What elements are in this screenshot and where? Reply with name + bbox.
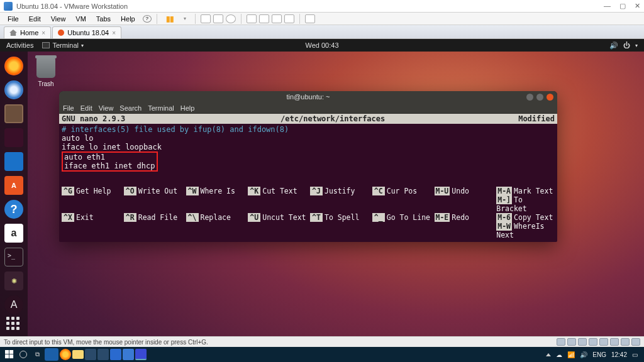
- divider: [299, 14, 300, 24]
- nano-version: GNU nano 2.9.3: [62, 114, 259, 123]
- window-close-button[interactable]: [547, 94, 553, 101]
- clock[interactable]: Wed 00:43: [305, 41, 338, 49]
- window-minimize-button[interactable]: [526, 94, 533, 101]
- system-status-area[interactable]: 🔊 ⏻ ▾: [609, 41, 638, 50]
- trash-label: Trash: [36, 80, 55, 87]
- start-button[interactable]: [3, 348, 16, 361]
- menu-tabs[interactable]: Tabs: [92, 14, 114, 24]
- taskbar-vmware[interactable]: [135, 349, 147, 360]
- library-icon[interactable]: [305, 14, 315, 23]
- dock-updater[interactable]: A: [4, 295, 23, 314]
- menu-vm[interactable]: VM: [72, 14, 90, 24]
- cortana-button[interactable]: [16, 348, 30, 361]
- tray-notifications-icon[interactable]: ▭: [632, 351, 638, 358]
- tray-onedrive-icon[interactable]: ☁: [556, 351, 562, 358]
- tab-close-icon[interactable]: ×: [112, 30, 116, 36]
- term-menu-edit[interactable]: Edit: [80, 104, 92, 112]
- status-printer-icon[interactable]: [610, 338, 619, 346]
- dock-software[interactable]: A: [4, 176, 23, 195]
- menu-view[interactable]: View: [47, 14, 70, 24]
- desktop-trash[interactable]: Trash: [36, 58, 55, 87]
- dock-rhythmbox[interactable]: [4, 128, 23, 147]
- editor-line: iface lo inet loopback: [62, 143, 555, 151]
- show-applications-button[interactable]: [6, 317, 19, 330]
- screen-icon-2[interactable]: [259, 14, 269, 23]
- activities-button[interactable]: Activities: [6, 41, 33, 49]
- terminal-icon: [42, 42, 50, 48]
- status-msg-icon[interactable]: [631, 338, 640, 346]
- status-sound-icon[interactable]: [599, 338, 608, 346]
- guest-desktop[interactable]: Activities Terminal ▾ Wed 00:43 🔊 ⏻ ▾ A …: [0, 39, 644, 336]
- tray-overflow-icon[interactable]: [546, 353, 551, 356]
- maximize-button[interactable]: ▢: [619, 2, 626, 10]
- status-hdd-icon[interactable]: [557, 338, 565, 346]
- status-net-icon[interactable]: [578, 338, 587, 346]
- vm-pause-button[interactable]: ▮▮: [162, 13, 177, 25]
- taskbar-app[interactable]: [85, 349, 96, 360]
- tray-volume-icon[interactable]: 🔊: [580, 351, 587, 358]
- status-cd-icon[interactable]: [567, 338, 576, 346]
- nano-status-bar: GNU nano 2.9.3 /etc/network/interfaces M…: [59, 114, 557, 124]
- menu-edit[interactable]: Edit: [25, 14, 45, 24]
- dock-amazon[interactable]: a: [4, 224, 23, 243]
- tab-home-label: Home: [20, 29, 38, 36]
- terminal-titlebar[interactable]: tin@ubuntu: ~: [59, 91, 557, 102]
- help-icon[interactable]: ?: [143, 15, 152, 23]
- minimize-button[interactable]: —: [604, 2, 611, 10]
- dock-files[interactable]: [4, 104, 23, 123]
- divider: [241, 14, 242, 24]
- term-menu-terminal[interactable]: Terminal: [148, 104, 174, 112]
- taskbar-edge[interactable]: [45, 348, 58, 361]
- vmware-menubar: File Edit View VM Tabs Help ? ▮▮▾: [0, 13, 644, 25]
- taskview-button[interactable]: ⧉: [30, 348, 44, 361]
- tab-home[interactable]: Home ×: [4, 26, 51, 38]
- menu-file[interactable]: File: [4, 14, 23, 24]
- editor-line: auto lo: [62, 134, 555, 143]
- term-menu-file[interactable]: File: [63, 104, 74, 112]
- dock-help[interactable]: ?: [4, 200, 23, 219]
- svg-rect-1: [9, 350, 13, 354]
- tab-close-icon[interactable]: ×: [42, 30, 45, 36]
- tray-language[interactable]: ENG: [592, 351, 606, 358]
- taskbar-app2[interactable]: [123, 349, 134, 360]
- status-usb-icon[interactable]: [589, 338, 597, 346]
- ubuntu-icon: [58, 30, 64, 36]
- tray-clock[interactable]: 12:42: [611, 351, 627, 358]
- power-dropdown[interactable]: ▾: [180, 14, 190, 23]
- window-maximize-button[interactable]: [536, 94, 543, 101]
- trash-icon: [36, 58, 55, 78]
- revert-icon[interactable]: [213, 14, 223, 23]
- taskbar-store[interactable]: [97, 349, 109, 360]
- vmware-logo-icon: [4, 2, 13, 11]
- term-menu-view[interactable]: View: [99, 104, 114, 112]
- dock-libreoffice-writer[interactable]: [4, 152, 23, 171]
- term-menu-help[interactable]: Help: [180, 104, 195, 112]
- status-hint: To direct input to this VM, move the mou…: [4, 339, 208, 346]
- manage-snapshot-icon[interactable]: [226, 14, 236, 23]
- vmware-tabbar: Home × Ubuntu 18.04 ×: [0, 25, 644, 39]
- term-menu-search[interactable]: Search: [119, 104, 142, 112]
- menu-help[interactable]: Help: [117, 14, 139, 24]
- taskbar-mail[interactable]: [110, 349, 121, 360]
- status-floppy-icon[interactable]: [621, 338, 630, 346]
- gnome-dock: A ? a ✺ A: [0, 52, 28, 336]
- terminal-window[interactable]: tin@ubuntu: ~ File Edit View Search Term…: [59, 91, 557, 242]
- editor-line: iface eth1 inet dhcp: [64, 162, 155, 170]
- divider: [157, 14, 157, 24]
- screen-icon-1[interactable]: [247, 14, 257, 23]
- tray-wifi-icon[interactable]: 📶: [567, 351, 575, 358]
- dock-settings[interactable]: ✺: [4, 272, 23, 290]
- app-menu-terminal[interactable]: Terminal ▾: [42, 41, 84, 49]
- nano-editor-body[interactable]: # interfaces(5) file used by ifup(8) and…: [59, 124, 557, 185]
- snapshot-icon[interactable]: [201, 14, 211, 23]
- dock-firefox[interactable]: [4, 57, 23, 75]
- taskbar-firefox[interactable]: [60, 349, 71, 360]
- dock-thunderbird[interactable]: [4, 80, 23, 99]
- tab-ubuntu[interactable]: Ubuntu 18.04 ×: [52, 26, 121, 38]
- taskbar-explorer[interactable]: [72, 350, 84, 359]
- dock-terminal[interactable]: [4, 248, 23, 266]
- unity-icon[interactable]: [272, 14, 282, 23]
- vmware-window-title: Ubuntu 18.04 - VMware Workstation: [16, 3, 604, 10]
- close-button[interactable]: ✕: [635, 2, 640, 10]
- fullscreen-icon[interactable]: [284, 14, 294, 23]
